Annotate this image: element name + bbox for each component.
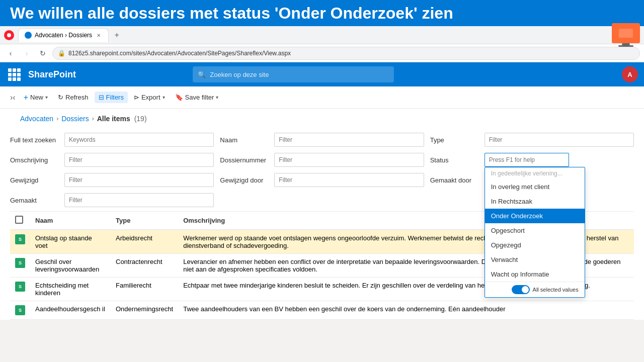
save-filter-label: Save filter — [185, 94, 214, 101]
tab-favicon — [25, 32, 32, 39]
row-type: Ondernemingsrecht — [111, 301, 178, 320]
file-icon: S — [15, 258, 25, 268]
omschrijving-label: Omschrijving — [10, 156, 60, 164]
col-header-naam[interactable]: Naam — [30, 212, 111, 230]
tab-title: Advocaten › Dossiers — [35, 32, 92, 39]
export-label: Export — [141, 94, 160, 101]
toggle-label: All selected values — [533, 287, 579, 293]
monitor-icon — [612, 23, 640, 47]
row-naam[interactable]: Geschil over leveringsvoorwaarden — [30, 254, 111, 278]
status-item-in-overleg[interactable]: In overleg met client — [485, 179, 585, 194]
forward-button[interactable]: › — [20, 47, 33, 60]
gewijzigd-door-filter-row: Gewijzigd door — [220, 173, 424, 187]
status-item-in-gedeeltelijke[interactable]: In gedeeltelijke verlening... — [485, 167, 585, 179]
tab-close-button[interactable]: ✕ — [95, 32, 102, 39]
active-tab[interactable]: Advocaten › Dossiers ✕ — [18, 28, 109, 42]
toggle-knob — [522, 286, 529, 293]
new-icon: + — [24, 93, 28, 102]
row-type: Arbeidsrecht — [111, 230, 178, 254]
new-chevron: ▾ — [45, 95, 48, 100]
instruction-banner: We willen alle dossiers met status 'Onde… — [0, 0, 644, 26]
browser-navigation: ‹ › ↻ 🔒 8126z5.sharepoint.com/sites/Advo… — [0, 44, 644, 62]
sharepoint-logo: SharePoint — [28, 69, 76, 80]
row-naam[interactable]: Ontslag op staande voet — [30, 230, 111, 254]
waffle-dot — [8, 73, 12, 76]
user-avatar[interactable]: A — [622, 66, 638, 82]
fulltext-input[interactable] — [64, 133, 214, 147]
all-selected-toggle[interactable]: All selected values — [512, 285, 579, 294]
gewijzigd-input[interactable] — [64, 173, 214, 187]
address-bar[interactable]: 🔒 8126z5.sharepoint.com/sites/Advocaten/… — [52, 47, 640, 60]
breadcrumb-sep1: › — [56, 115, 58, 122]
status-item-in-rechtszaak[interactable]: In Rechtszaak — [485, 194, 585, 209]
status-item-opgezegd[interactable]: Opgezegd — [485, 238, 585, 252]
row-naam[interactable]: Echtscheiding met kinderen — [30, 278, 111, 301]
file-icon: S — [15, 234, 25, 244]
row-type: Familierecht — [111, 278, 178, 301]
row-type: Contractenrecht — [111, 254, 178, 278]
table-row[interactable]: S Aandeelhoudersgesch il Ondernemingsrec… — [10, 301, 634, 320]
waffle-dot — [13, 73, 16, 76]
new-tab-button[interactable]: + — [111, 29, 123, 41]
browser-logo — [4, 30, 14, 40]
filters-label: Filters — [106, 94, 124, 101]
export-icon: ⊳ — [134, 94, 139, 101]
row-naam[interactable]: Aandeelhoudersgesch il — [30, 301, 111, 320]
filters-button[interactable]: ⊟ Filters — [95, 92, 128, 103]
breadcrumb-count: (19) — [134, 115, 147, 123]
status-item-verwacht[interactable]: Verwacht — [485, 252, 585, 267]
file-icon: S — [15, 282, 25, 292]
dossiernummer-filter-row: Dossiernummer — [220, 153, 424, 167]
gemaakt-label: Gemaakt — [10, 197, 60, 204]
refresh-label: Refresh — [65, 94, 89, 101]
status-label: Status — [430, 156, 480, 164]
fulltext-label: Full text zoeken — [10, 136, 60, 144]
gewijzigd-label: Gewijzigd — [10, 176, 60, 184]
toggle-control[interactable] — [512, 285, 530, 294]
gewijzigd-door-input[interactable] — [274, 173, 424, 187]
banner-text: We willen alle dossiers met status 'Onde… — [10, 4, 453, 23]
sharepoint-search[interactable]: 🔍 Zoeken op deze site — [193, 66, 394, 82]
status-input[interactable] — [485, 153, 569, 167]
refresh-icon: ↻ — [58, 94, 63, 101]
main-content: Advocaten › Dossiers › Alle items (19) F… — [0, 109, 644, 320]
status-item-wacht[interactable]: Wacht op Informatie — [485, 267, 585, 282]
waffle-dot — [8, 77, 12, 81]
gemaakt-input[interactable] — [64, 193, 214, 207]
header-right: A — [622, 66, 638, 82]
status-dropdown-list: In gedeeltelijke verlening... In overleg… — [485, 167, 585, 282]
save-icon: 🔖 — [175, 94, 183, 101]
refresh-button[interactable]: ↻ Refresh — [54, 92, 93, 103]
waffle-button[interactable] — [6, 66, 22, 82]
breadcrumb-level2[interactable]: Dossiers — [61, 115, 89, 123]
waffle-dot — [17, 73, 21, 76]
save-filter-button[interactable]: 🔖 Save filter ▾ — [171, 92, 223, 103]
toolbar: ›‹ + New ▾ ↻ Refresh ⊟ Filters ⊳ Export … — [0, 86, 644, 109]
dossiernummer-label: Dossiernummer — [220, 156, 270, 164]
breadcrumb-root[interactable]: Advocaten — [20, 115, 53, 123]
url-text: 8126z5.sharepoint.com/sites/Advocaten/Ad… — [68, 50, 291, 57]
filter-panel: Full text zoeken Naam Type Omschrijving … — [10, 127, 634, 212]
omschrijving-input[interactable] — [64, 153, 214, 167]
expand-button[interactable]: ›‹ — [8, 93, 18, 102]
naam-input[interactable] — [274, 133, 424, 147]
status-item-opgeschort[interactable]: Opgeschort — [485, 223, 585, 238]
omschrijving-filter-row: Omschrijving — [10, 153, 214, 167]
dossiernummer-input[interactable] — [274, 153, 424, 167]
back-button[interactable]: ‹ — [4, 47, 17, 60]
status-filter-row: Status In gedeeltelijke verlening... In … — [430, 153, 634, 167]
new-button[interactable]: + New ▾ — [20, 91, 52, 104]
col-header-type[interactable]: Type — [111, 212, 178, 230]
type-input[interactable] — [485, 133, 634, 147]
gemaakt-filter-row: Gemaakt — [10, 193, 214, 207]
status-item-onder-onderzoek[interactable]: Onder Onderzoek — [485, 209, 585, 223]
export-button[interactable]: ⊳ Export ▾ — [130, 92, 169, 103]
col-header-icon — [10, 212, 30, 230]
new-label: New — [30, 94, 43, 101]
waffle-dot — [17, 77, 21, 81]
breadcrumb: Advocaten › Dossiers › Alle items (19) — [10, 109, 634, 127]
status-filter-wrapper: In gedeeltelijke verlening... In overleg… — [485, 153, 634, 167]
search-placeholder: Zoeken op deze site — [210, 71, 269, 78]
refresh-button[interactable]: ↻ — [36, 47, 49, 60]
gewijzigd-door-label: Gewijzigd door — [220, 176, 270, 184]
